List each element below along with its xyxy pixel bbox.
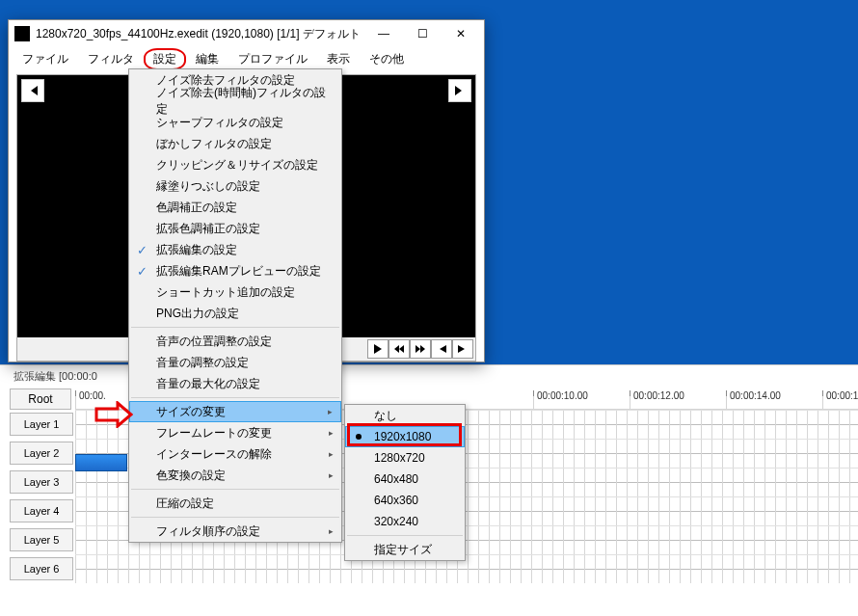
menu-separator <box>131 517 339 518</box>
app-icon <box>14 26 30 41</box>
menu-size-change[interactable]: サイズの変更 <box>129 401 341 422</box>
close-button[interactable]: ✕ <box>442 21 480 46</box>
size-submenu: なし 1920x1080 1280x720 640x480 640x360 32… <box>344 404 466 561</box>
go-end-button[interactable] <box>452 339 473 359</box>
menu-edit[interactable]: 編集 <box>186 48 228 70</box>
submenu-640x360[interactable]: 640x360 <box>345 490 465 511</box>
radio-dot-icon <box>356 434 362 440</box>
layer-label[interactable]: Layer 4 <box>10 499 73 522</box>
play-button[interactable] <box>367 339 389 359</box>
menu-ext-edit[interactable]: ✓拡張編集の設定 <box>129 239 341 260</box>
menu-audio-pos[interactable]: 音声の位置調整の設定 <box>129 331 341 352</box>
submenu-custom[interactable]: 指定サイズ <box>345 539 465 560</box>
settings-dropdown: ノイズ除去フィルタの設定 ノイズ除去(時間軸)フィルタの設定 シャープフィルタの… <box>128 68 342 543</box>
menu-filter[interactable]: フィルタ <box>78 48 144 70</box>
titlebar[interactable]: 1280x720_30fps_44100Hz.exedit (1920,1080… <box>9 20 484 47</box>
layer-track[interactable] <box>75 554 858 583</box>
menu-separator <box>131 397 339 398</box>
layer-label[interactable]: Layer 5 <box>10 528 73 551</box>
menu-file[interactable]: ファイル <box>13 48 78 70</box>
submenu-separator <box>347 535 463 536</box>
check-icon: ✓ <box>137 264 147 279</box>
submenu-1280x720[interactable]: 1280x720 <box>345 447 465 469</box>
window-title: 1280x720_30fps_44100Hz.exedit (1920,1080… <box>36 26 361 42</box>
seek-start-button[interactable] <box>21 79 44 102</box>
menu-ext-color[interactable]: 拡張色調補正の設定 <box>129 218 341 239</box>
check-icon: ✓ <box>137 243 147 257</box>
step-forward-button[interactable] <box>410 339 431 359</box>
menubar: ファイル フィルタ 設定 編集 プロファイル 表示 その他 <box>9 47 484 70</box>
ruler-tick: 00:00:16.00 <box>822 390 858 396</box>
menu-filter-order[interactable]: フィルタ順序の設定 <box>129 521 341 542</box>
submenu-640x480[interactable]: 640x480 <box>345 469 465 490</box>
menu-compress[interactable]: 圧縮の設定 <box>129 493 341 514</box>
menu-blur[interactable]: ぼかしフィルタの設定 <box>129 133 341 154</box>
menu-clip-resize[interactable]: クリッピング＆リサイズの設定 <box>129 154 341 175</box>
menu-separator <box>131 327 339 328</box>
ruler-tick: 00:00:10.00 <box>533 390 588 396</box>
menu-sharp[interactable]: シャープフィルタの設定 <box>129 112 341 133</box>
menu-profile[interactable]: プロファイル <box>228 48 317 70</box>
menu-settings[interactable]: 設定 <box>144 48 186 70</box>
menu-volume[interactable]: 音量の調整の設定 <box>129 352 341 373</box>
layer-label[interactable]: Layer 6 <box>10 557 73 580</box>
menu-fill[interactable]: 縁塗りつぶしの設定 <box>129 175 341 197</box>
ruler-tick: 00:00:14.00 <box>726 390 781 396</box>
menu-ext-ram[interactable]: ✓拡張編集RAMプレビューの設定 <box>129 260 341 281</box>
menu-shortcut[interactable]: ショートカット追加の設定 <box>129 281 341 303</box>
layer-label[interactable]: Layer 1 <box>10 413 73 436</box>
menu-volume-max[interactable]: 音量の最大化の設定 <box>129 373 341 394</box>
submenu-320x240[interactable]: 320x240 <box>345 511 465 532</box>
menu-noise-removal-time[interactable]: ノイズ除去(時間軸)フィルタの設定 <box>129 91 341 112</box>
layer-label[interactable]: Layer 3 <box>10 470 73 494</box>
menu-color-conv[interactable]: 色変換の設定 <box>129 465 341 486</box>
step-back-button[interactable] <box>389 339 410 359</box>
menu-interlace[interactable]: インターレースの解除 <box>129 443 341 465</box>
menu-color-correct[interactable]: 色調補正の設定 <box>129 197 341 218</box>
ruler-tick: 00:00. <box>75 390 106 396</box>
timeline-clip[interactable] <box>75 454 127 471</box>
submenu-1920x1080[interactable]: 1920x1080 <box>345 426 465 447</box>
layer-label[interactable]: Layer 2 <box>10 442 73 465</box>
menu-view[interactable]: 表示 <box>317 48 360 70</box>
minimize-button[interactable]: ― <box>364 21 403 46</box>
menu-other[interactable]: その他 <box>360 48 414 70</box>
go-start-button[interactable] <box>431 339 452 359</box>
maximize-button[interactable]: ☐ <box>403 21 442 46</box>
menu-separator <box>131 489 339 490</box>
ruler-tick: 00:00:12.00 <box>630 390 684 396</box>
menu-png-out[interactable]: PNG出力の設定 <box>129 303 341 324</box>
menu-framerate[interactable]: フレームレートの変更 <box>129 422 341 443</box>
submenu-none[interactable]: なし <box>345 405 465 426</box>
root-button[interactable]: Root <box>10 388 71 410</box>
seek-end-button[interactable] <box>448 79 471 102</box>
